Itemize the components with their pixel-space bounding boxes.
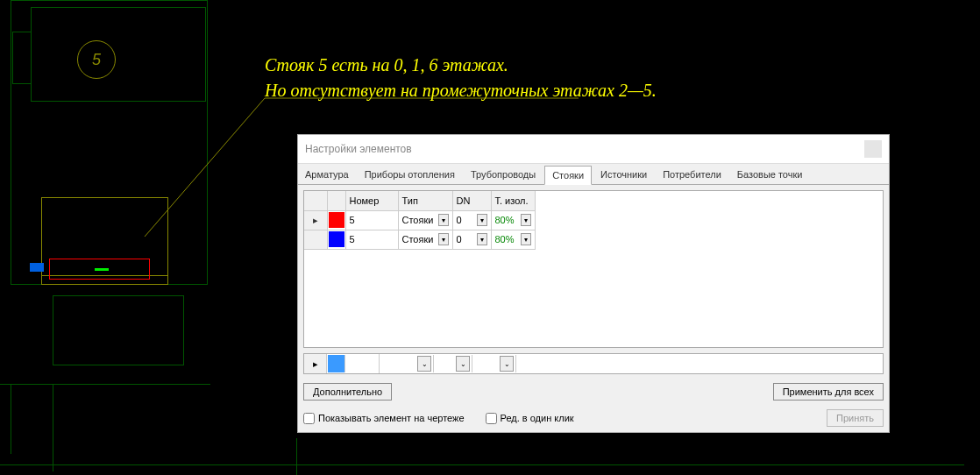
col-dn[interactable]: DN: [452, 191, 491, 210]
filter-color-swatch[interactable]: [328, 355, 345, 372]
col-number[interactable]: Номер: [345, 191, 398, 210]
annotation-line2: Но отсутствует на промежуточных этажах 2…: [265, 78, 657, 103]
filter-type-dd[interactable]: ⌄: [380, 355, 434, 372]
tab-armatura[interactable]: Арматура: [298, 166, 356, 184]
tab-risers[interactable]: Стояки: [544, 166, 592, 185]
cad-canvas: 5 Стояк 5 есть на 0, 1, 6 этажах. Но отс…: [0, 0, 980, 475]
chevron-down-icon[interactable]: ▾: [521, 214, 531, 226]
row-indicator-icon: ▸: [304, 354, 327, 373]
tabs-bar: Арматура Приборы отопления Трубопроводы …: [298, 164, 889, 185]
row-indicator-icon: [304, 230, 327, 249]
more-button[interactable]: Дополнительно: [303, 383, 392, 401]
cell-type[interactable]: Стояки: [402, 234, 434, 245]
checkbox-input[interactable]: [303, 413, 315, 424]
filter-tizol-dd[interactable]: ⌄: [472, 355, 516, 372]
cell-t-izol[interactable]: 80%: [495, 215, 515, 225]
table-row[interactable]: ▸ 5 Стояки▾ 0▾ 80%▾: [304, 210, 535, 230]
cell-number[interactable]: 5: [345, 210, 398, 230]
cell-type[interactable]: Стояки: [402, 215, 434, 225]
cell-dn[interactable]: 0: [457, 215, 462, 225]
color-swatch[interactable]: [329, 212, 344, 228]
tab-base-points[interactable]: Базовые точки: [730, 166, 810, 184]
close-icon[interactable]: [864, 140, 882, 158]
color-swatch[interactable]: [329, 231, 344, 247]
chevron-down-icon[interactable]: ▾: [477, 214, 487, 226]
col-type[interactable]: Тип: [398, 191, 452, 210]
chevron-down-icon[interactable]: ⌄: [417, 356, 431, 372]
checkbox-input[interactable]: [486, 413, 497, 424]
chevron-down-icon[interactable]: ▾: [521, 233, 531, 245]
show-on-drawing-checkbox[interactable]: Показывать элемент на чертеже: [303, 413, 465, 424]
accept-button[interactable]: Принять: [827, 409, 884, 427]
table-row[interactable]: 5 Стояки▾ 0▾ 80%▾: [304, 230, 535, 249]
tab-heating-devices[interactable]: Приборы отопления: [358, 166, 462, 184]
dialog-titlebar: Настройки элементов: [298, 135, 889, 164]
filter-row[interactable]: ▸ ⌄ ⌄ ⌄: [303, 353, 884, 374]
riser-marker-label: 5: [92, 51, 101, 69]
dialog-title: Настройки элементов: [305, 143, 412, 155]
data-grid[interactable]: Номер Тип DN Т. изол. ▸ 5 Стояки▾ 0▾ 80%…: [303, 190, 884, 348]
edit-one-click-checkbox[interactable]: Ред. в один клик: [486, 413, 574, 424]
checkbox-label: Показывать элемент на чертеже: [318, 413, 465, 423]
annotation-text: Стояк 5 есть на 0, 1, 6 этажах. Но отсут…: [265, 53, 657, 103]
cell-dn[interactable]: 0: [457, 234, 462, 245]
chevron-down-icon[interactable]: ▾: [438, 233, 449, 245]
cell-t-izol[interactable]: 80%: [495, 234, 515, 245]
checkbox-label: Ред. в один клик: [501, 413, 574, 423]
apply-all-button[interactable]: Применить для всех: [773, 383, 884, 401]
tab-pipes[interactable]: Трубопроводы: [464, 166, 543, 184]
chevron-down-icon[interactable]: ▾: [477, 233, 487, 245]
col-t-izol[interactable]: Т. изол.: [491, 191, 535, 210]
row-indicator-icon: ▸: [304, 210, 327, 230]
cell-number[interactable]: 5: [345, 230, 398, 249]
chevron-down-icon[interactable]: ▾: [438, 214, 449, 226]
filter-dn-dd[interactable]: ⌄: [434, 355, 472, 372]
riser-marker-circle: 5: [77, 40, 116, 79]
chevron-down-icon[interactable]: ⌄: [456, 356, 470, 372]
chevron-down-icon[interactable]: ⌄: [500, 356, 514, 372]
annotation-line1: Стояк 5 есть на 0, 1, 6 этажах.: [265, 53, 657, 78]
settings-dialog: Настройки элементов Арматура Приборы ото…: [297, 134, 890, 433]
tab-sources[interactable]: Источники: [593, 166, 654, 184]
tab-consumers[interactable]: Потребители: [656, 166, 728, 184]
